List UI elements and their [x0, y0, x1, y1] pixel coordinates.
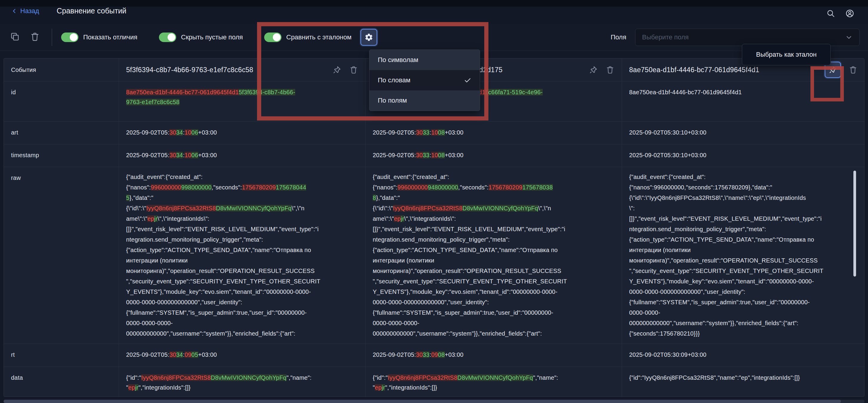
field-label-art: art	[4, 122, 119, 144]
pin-event-1-button[interactable]	[333, 65, 341, 74]
field-label-raw: raw	[4, 167, 119, 344]
copy-events-button[interactable]	[9, 31, 21, 43]
copy-icon	[10, 32, 20, 42]
cell-art-event-1: 2025-09-02T05:3034:1006+03:00	[119, 122, 366, 144]
fields-select-placeholder: Выберите поля	[642, 33, 688, 41]
trash-icon	[848, 65, 858, 74]
menu-item-by-fields[interactable]: По полям	[369, 90, 480, 111]
cell-id-event-1: 8ae750ea-d1bf-4446-bc77-061d9645f4d15f3f…	[119, 82, 366, 122]
raw-cell-vertical-scrollbar[interactable]	[854, 170, 856, 277]
cell-art-event-3: 2025-09-02T05:30:10+03:00	[622, 122, 865, 144]
cell-raw-event-3[interactable]: {"audit_event":{"created_at": {"nanos":9…	[622, 167, 865, 344]
cell-data-event-2: {"id":"IyyQ8n6nj8FPCsa32RtS8D8vMwIVIONNC…	[366, 367, 622, 397]
hide-empty-fields-toggle[interactable]	[159, 32, 176, 42]
event-1-header: 5f3f6394-c8b7-4b66-9763-e1ef7c8c6c58	[119, 59, 366, 82]
pin-icon	[829, 66, 837, 74]
field-label-data: data	[4, 367, 119, 397]
event-3-id: 8ae750ea-d1bf-4446-bc77-061d9645f4d1	[629, 65, 821, 75]
chevron-left-icon	[11, 8, 17, 14]
compare-with-reference-toggle-group: Сравнить с эталоном	[264, 24, 377, 51]
field-label-id: id	[4, 82, 119, 122]
show-differences-toggle[interactable]	[61, 32, 79, 42]
hide-empty-fields-toggle-group: Скрыть пустые поля	[159, 24, 243, 51]
cell-raw-event-2[interactable]: {"audit_event":{"created_at": {"nanos":9…	[366, 167, 622, 344]
compare-with-reference-label: Сравнить с эталоном	[286, 33, 351, 41]
toolbar: Показать отличия Скрыть пустые поля Срав…	[0, 24, 868, 51]
field-label-timestamp: timestamp	[4, 144, 119, 167]
cell-id-event-3: 8ae750ea-d1bf-4446-bc77-061d9645f4d1	[622, 82, 865, 122]
horizontal-scrollbar-track[interactable]	[4, 400, 864, 403]
menu-item-by-symbols[interactable]: По символам	[369, 50, 480, 70]
pin-icon	[333, 65, 341, 74]
comparison-mode-menu: По символам По словам По полям	[369, 50, 480, 111]
toolbar-divider	[52, 29, 52, 46]
delete-event-2-button[interactable]	[606, 65, 615, 74]
cell-raw-event-1[interactable]: {"audit_event":{"created_at": {"nanos":9…	[119, 167, 366, 344]
cell-timestamp-event-3: 2025-09-02T05:30:10+03:00	[622, 144, 865, 167]
menu-item-by-fields-label: По полям	[378, 97, 407, 104]
top-bar: Назад Сравнение событий	[0, 0, 868, 24]
chevron-down-icon	[845, 33, 853, 41]
cell-rt-event-3: 2025-09-02T05:30:09+03:00	[622, 344, 865, 367]
cell-data-event-3: {"id":"IyyQ8n6nj8FPCsa32RtS8","name":"ep…	[622, 367, 865, 397]
delete-event-3-button[interactable]	[848, 65, 858, 74]
search-icon[interactable]	[826, 9, 835, 18]
window-top-strip	[0, 0, 868, 6]
field-label-rt: rt	[4, 344, 119, 367]
horizontal-scrollbar-thumb[interactable]	[4, 400, 841, 403]
trash-icon	[349, 65, 358, 74]
gear-icon	[364, 33, 373, 42]
back-label: Назад	[20, 7, 39, 15]
user-profile-icon[interactable]	[845, 9, 854, 18]
menu-item-by-words[interactable]: По словам	[369, 70, 480, 90]
cell-rt-event-1: 2025-09-02T05:3034:0905+03:00	[119, 344, 366, 367]
event-comparison-page: Назад Сравнение событий Показать отличия…	[0, 0, 868, 403]
event-1-id: 5f3f6394-c8b7-4b66-9763-e1ef7c8c6c58	[126, 65, 329, 75]
events-column-header: События	[4, 59, 119, 82]
show-differences-label: Показать отличия	[83, 33, 137, 41]
pin-event-2-button[interactable]	[589, 65, 598, 74]
cell-rt-event-2: 2025-09-02T05:3033:0908+03:00	[366, 344, 622, 367]
cell-data-event-1: {"id":"IyyQ8n6nj8FPCsa32RtS8D8vMwIVIONNC…	[119, 367, 366, 397]
delete-all-button[interactable]	[29, 31, 41, 43]
cell-timestamp-event-1: 2025-09-02T05:3034:1006+03:00	[119, 144, 366, 167]
comparison-settings-button[interactable]	[361, 29, 377, 45]
cell-timestamp-event-2: 2025-09-02T05:3033:1008+03:00	[366, 144, 622, 167]
hide-empty-fields-label: Скрыть пустые поля	[181, 33, 243, 41]
show-differences-toggle-group: Показать отличия	[61, 24, 137, 51]
fields-select[interactable]: Выберите поля	[635, 29, 860, 46]
page-title: Сравнение событий	[57, 6, 126, 15]
menu-item-by-words-label: По словам	[378, 76, 410, 84]
trash-icon	[30, 32, 40, 42]
compare-with-reference-toggle[interactable]	[264, 32, 281, 42]
delete-event-1-button[interactable]	[349, 65, 358, 74]
fields-label: Поля	[611, 33, 626, 41]
menu-item-by-symbols-label: По символам	[378, 56, 418, 64]
pin-icon	[589, 65, 598, 74]
select-as-reference-tooltip: Выбрать как эталон	[742, 44, 831, 65]
back-button[interactable]: Назад	[11, 7, 39, 15]
trash-icon	[606, 65, 615, 74]
cell-art-event-2: 2025-09-02T05:3033:1008+03:00	[366, 122, 622, 144]
check-icon	[464, 76, 471, 84]
